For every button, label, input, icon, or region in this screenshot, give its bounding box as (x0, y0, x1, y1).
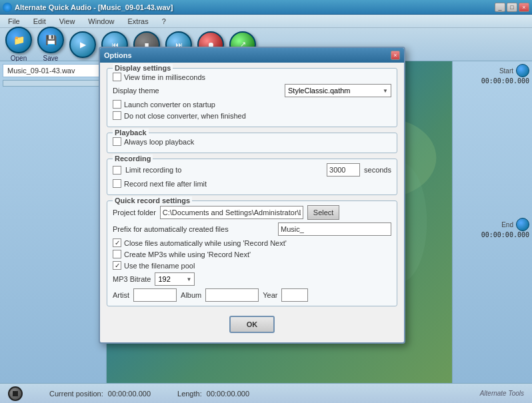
album-input[interactable] (205, 288, 259, 302)
loop-playback-cb[interactable] (113, 137, 121, 146)
no-close-converter-row: Do not close converter, when finished (113, 111, 391, 120)
limit-recording-row: Limit recording to seconds (113, 163, 391, 177)
seconds-input[interactable] (327, 163, 360, 177)
options-dialog: Options × Display settings View time in … (99, 47, 405, 344)
seconds-label: seconds (364, 166, 391, 174)
limit-recording-label: Limit recording to (125, 166, 181, 174)
project-folder-label: Project folder (113, 208, 156, 216)
year-input[interactable] (281, 288, 308, 302)
project-folder-input[interactable] (160, 206, 303, 219)
quick-record-label: Quick record settings (113, 197, 192, 204)
use-pool-label: Use the filename pool (124, 262, 195, 270)
display-settings-label: Display settings (113, 64, 173, 72)
dialog-title-bar: Options × (100, 48, 404, 63)
display-settings-group: Display settings View time in millisecon… (107, 68, 397, 127)
launch-converter-label: Launch converter on startup (124, 101, 215, 109)
bitrate-label: MP3 Bitrate (113, 275, 151, 283)
recording-group: Recording Limit recording to seconds Rec… (107, 159, 397, 195)
create-mp3-row: Create MP3s while using 'Record Next' (113, 250, 391, 258)
bitrate-row: MP3 Bitrate 192 ▼ (113, 272, 391, 286)
close-files-row: Close files automatically while using 'R… (113, 238, 391, 247)
artist-label: Artist (113, 291, 129, 299)
chevron-down-icon: ▼ (187, 276, 192, 282)
dialog-overlay: Options × Display settings View time in … (0, 0, 532, 403)
record-next-label: Record next file after limit (124, 180, 207, 188)
loop-playback-row: Always loop playback (113, 137, 391, 146)
project-folder-row: Project folder Select (113, 205, 391, 220)
theme-row: Display theme StyleClassic.qathm ▼ (113, 84, 391, 97)
display-theme-label: Display theme (113, 87, 159, 95)
close-files-label: Close files automatically while using 'R… (124, 239, 287, 247)
use-pool-cb[interactable] (113, 261, 121, 270)
dialog-body: Display settings View time in millisecon… (100, 63, 404, 342)
main-window: Alternate Quick Audio - [Music_09-01-43.… (0, 0, 532, 403)
close-files-cb[interactable] (113, 238, 121, 247)
quick-record-group: Quick record settings Project folder Sel… (107, 201, 397, 306)
launch-converter-row: Launch converter on startup (113, 100, 391, 109)
year-label: Year (263, 291, 277, 299)
launch-converter-cb[interactable] (113, 100, 121, 109)
view-time-ms-cb[interactable] (113, 73, 121, 81)
chevron-down-icon: ▼ (383, 88, 388, 94)
record-next-cb[interactable] (113, 179, 121, 188)
create-mp3-label: Create MP3s while using 'Record Next' (124, 250, 251, 258)
view-time-ms-label: View time in milliseconds (124, 73, 205, 81)
artist-album-row: Artist Album Year (113, 288, 391, 302)
use-pool-row: Use the filename pool (113, 261, 391, 270)
playback-group: Playback Always loop playback (107, 133, 397, 153)
bitrate-dropdown[interactable]: 192 ▼ (155, 272, 195, 286)
playback-label: Playback (113, 129, 149, 137)
ok-button[interactable]: OK (229, 316, 275, 333)
dialog-title: Options (104, 51, 132, 59)
prefix-row: Prefix for automatically created files (113, 222, 391, 236)
recording-label: Recording (113, 155, 153, 163)
no-close-converter-label: Do not close converter, when finished (124, 112, 246, 120)
loop-playback-label: Always loop playback (124, 138, 194, 146)
dialog-close-button[interactable]: × (391, 51, 400, 60)
limit-recording-cb[interactable] (113, 166, 121, 175)
record-next-row: Record next file after limit (113, 179, 391, 188)
prefix-input[interactable] (278, 222, 391, 236)
prefix-label: Prefix for automatically created files (113, 225, 229, 233)
view-time-ms-row: View time in milliseconds (113, 73, 391, 81)
no-close-converter-cb[interactable] (113, 111, 121, 120)
create-mp3-cb[interactable] (113, 250, 121, 258)
artist-input[interactable] (133, 288, 177, 302)
dialog-buttons-row: OK (107, 312, 397, 337)
album-label: Album (181, 291, 201, 299)
theme-dropdown[interactable]: StyleClassic.qathm ▼ (285, 84, 391, 97)
select-button[interactable]: Select (307, 205, 340, 220)
